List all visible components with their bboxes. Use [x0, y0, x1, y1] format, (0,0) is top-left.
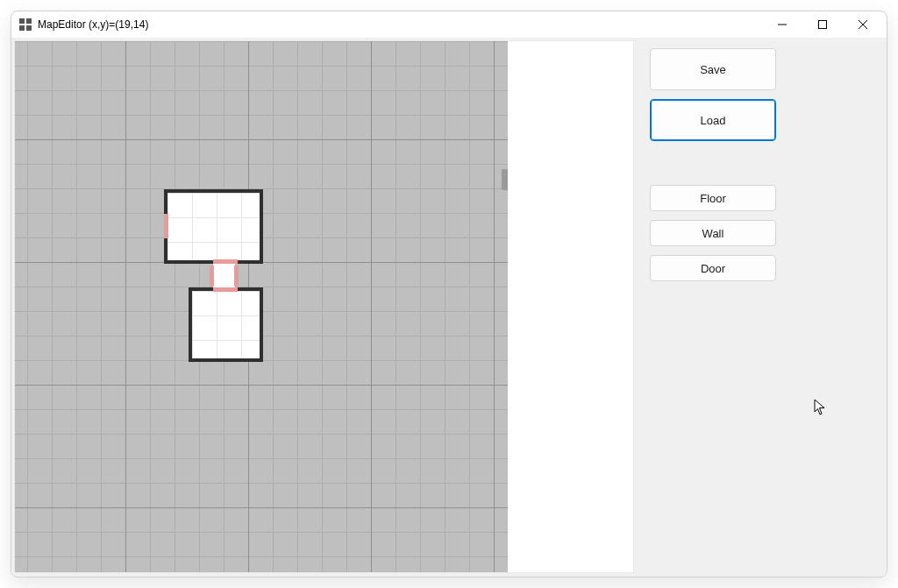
door-tool-button[interactable]: Door	[650, 255, 776, 281]
door-segment[interactable]	[164, 214, 168, 238]
close-button[interactable]	[843, 11, 883, 38]
titlebar: MapEditor (x,y)=(19,14)	[11, 11, 887, 38]
svg-rect-2	[19, 25, 25, 31]
room-floor	[167, 193, 260, 260]
save-button[interactable]: Save	[650, 48, 776, 90]
window-title: MapEditor (x,y)=(19,14)	[38, 18, 148, 31]
door-segment[interactable]	[234, 266, 239, 287]
canvas-blank-area	[508, 41, 633, 572]
tool-panel: Save Load Floor Wall Door	[634, 38, 887, 577]
client-area: Save Load Floor Wall Door	[11, 38, 887, 577]
svg-rect-0	[19, 18, 25, 24]
map-canvas-panel	[14, 40, 634, 573]
wall-tool-button[interactable]: Wall	[650, 220, 776, 246]
door-segment[interactable]	[213, 287, 238, 292]
room-floor	[192, 291, 260, 358]
load-button[interactable]: Load	[650, 99, 776, 141]
floor-tool-button[interactable]: Floor	[650, 185, 776, 211]
map-grid[interactable]	[15, 41, 508, 572]
vertical-scrollbar-thumb[interactable]	[502, 169, 508, 190]
app-icon	[18, 18, 32, 32]
corridor-floor[interactable]	[213, 262, 235, 288]
room-1[interactable]	[164, 189, 263, 264]
room-2[interactable]	[189, 287, 263, 362]
app-window: MapEditor (x,y)=(19,14)	[11, 11, 887, 577]
svg-rect-1	[26, 18, 32, 24]
maximize-button[interactable]	[802, 11, 843, 38]
svg-rect-5	[819, 21, 827, 29]
door-segment[interactable]	[210, 266, 214, 287]
door-segment[interactable]	[213, 259, 238, 264]
svg-rect-3	[26, 25, 32, 31]
minimize-button[interactable]	[762, 11, 802, 38]
